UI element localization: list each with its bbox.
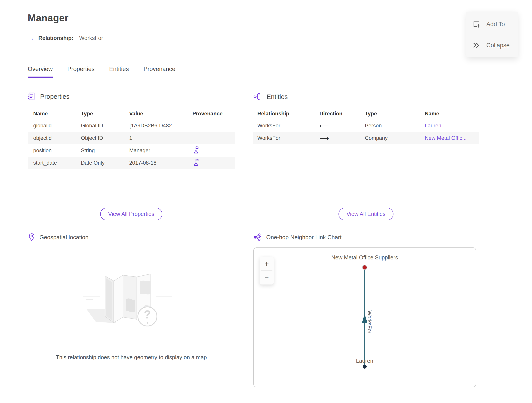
zoom-in-button[interactable]: + xyxy=(260,257,274,271)
company-node-label: New Metal Office Suppliers xyxy=(331,254,398,260)
prop-type: Date Only xyxy=(81,160,129,166)
properties-table-header: Name Type Value Provenance xyxy=(28,108,235,119)
col-header: Name xyxy=(425,110,483,117)
provenance-flag-icon[interactable] xyxy=(192,158,200,166)
geospatial-section-header: Geospatial location xyxy=(28,233,89,241)
direction-arrow-right: ⟶ xyxy=(319,134,365,142)
relationship-subtitle-value: WorksFor xyxy=(79,35,103,41)
view-all-entities-button[interactable]: View All Entities xyxy=(338,208,393,220)
entity-relationship: WorksFor xyxy=(257,123,319,129)
relationship-subtitle: → Relationship: WorksFor xyxy=(28,35,103,41)
entity-name-link[interactable]: New Metal Offic... xyxy=(425,135,483,141)
col-header: Provenance xyxy=(192,110,241,117)
col-header: Relationship xyxy=(257,110,319,117)
entity-type: Person xyxy=(365,123,425,129)
prop-value: {1A9DB2B6-D482... xyxy=(129,123,192,129)
prop-value: Manager xyxy=(129,147,192,154)
table-row: WorksFor ⟶ Company New Metal Offic... xyxy=(253,132,479,144)
relationship-subtitle-label: Relationship: xyxy=(38,35,73,41)
table-row: objectid Object ID 1 xyxy=(28,132,235,144)
geospatial-empty-message: This relationship does not have geometry… xyxy=(28,354,235,361)
edge-label: WorksFor xyxy=(367,311,373,333)
prop-name: position xyxy=(33,147,81,154)
view-all-properties-button[interactable]: View All Properties xyxy=(100,208,162,220)
prop-name: start_date xyxy=(33,160,81,166)
tab-properties[interactable]: Properties xyxy=(67,66,95,78)
properties-table-body: globalid Global ID {1A9DB2B6-D482... obj… xyxy=(28,119,235,169)
entities-section-title: Entities xyxy=(267,93,288,101)
relationship-arrow-icon: → xyxy=(28,35,34,41)
map-placeholder-illustration: ? xyxy=(82,273,173,330)
properties-icon xyxy=(28,92,36,101)
link-chart-section-title: One-hop Neighbor Link Chart xyxy=(266,234,342,241)
table-row: start_date Date Only 2017-08-18 xyxy=(28,157,235,169)
tab-bar: Overview Properties Entities Provenance xyxy=(28,66,175,78)
table-row: WorksFor ⟵ Person Lauren xyxy=(253,119,479,132)
person-node-label: Lauren xyxy=(356,358,373,364)
col-header: Name xyxy=(33,110,81,117)
prop-provenance xyxy=(192,146,241,155)
entities-table-body: WorksFor ⟵ Person Lauren WorksFor ⟶ Comp… xyxy=(253,119,479,144)
company-node[interactable] xyxy=(362,265,367,270)
chevrons-right-icon xyxy=(472,42,481,49)
entity-type: Company xyxy=(365,135,425,141)
zoom-control: + − xyxy=(260,257,274,285)
prop-value: 1 xyxy=(129,135,192,141)
entities-link-icon xyxy=(253,92,262,101)
prop-name: globalid xyxy=(33,123,81,129)
prop-value: 2017-08-18 xyxy=(129,160,192,166)
prop-provenance xyxy=(192,158,241,168)
prop-type: Object ID xyxy=(81,135,129,141)
add-to-icon xyxy=(472,20,481,28)
col-header: Direction xyxy=(319,110,365,117)
relationship-detail-page: Manager → Relationship: WorksFor Add To … xyxy=(0,0,532,403)
tab-entities[interactable]: Entities xyxy=(109,66,129,78)
table-row: position String Manager xyxy=(28,144,235,157)
entities-table-header: Relationship Direction Type Name xyxy=(253,108,479,119)
provenance-flag-icon[interactable] xyxy=(192,146,200,154)
table-row: globalid Global ID {1A9DB2B6-D482... xyxy=(28,119,235,132)
hub-network-icon xyxy=(253,233,262,241)
link-chart-canvas[interactable]: WorksFor New Metal Office Suppliers Laur… xyxy=(253,247,476,387)
link-chart-graph: WorksFor New Metal Office Suppliers Laur… xyxy=(254,248,476,387)
collapse-button[interactable]: Collapse xyxy=(466,42,518,49)
entities-table: Relationship Direction Type Name WorksFo… xyxy=(253,108,479,144)
properties-section-title: Properties xyxy=(40,93,69,100)
col-header: Value xyxy=(129,110,192,117)
prop-type: Global ID xyxy=(81,123,129,129)
add-to-label: Add To xyxy=(486,21,505,28)
entities-section-header: Entities xyxy=(253,92,288,101)
properties-table: Name Type Value Provenance globalid Glob… xyxy=(28,108,235,169)
properties-section-header: Properties xyxy=(28,92,69,101)
entity-relationship: WorksFor xyxy=(257,135,319,141)
page-title: Manager xyxy=(28,13,69,24)
collapse-label: Collapse xyxy=(486,42,510,49)
zoom-out-button[interactable]: − xyxy=(260,271,274,285)
entity-name-link[interactable]: Lauren xyxy=(425,123,483,129)
add-to-button[interactable]: Add To xyxy=(466,20,518,28)
col-header: Type xyxy=(365,110,425,117)
direction-arrow-left: ⟵ xyxy=(319,122,365,130)
person-node[interactable] xyxy=(363,365,367,369)
action-panel: Add To Collapse xyxy=(466,12,518,57)
prop-type: String xyxy=(81,147,129,154)
link-chart-section-header: One-hop Neighbor Link Chart xyxy=(253,233,342,241)
geospatial-section-title: Geospatial location xyxy=(39,234,89,241)
tab-provenance[interactable]: Provenance xyxy=(143,66,175,78)
col-header: Type xyxy=(81,110,129,117)
prop-name: objectid xyxy=(33,135,81,141)
svg-text:?: ? xyxy=(144,308,151,321)
map-pin-icon xyxy=(28,233,35,241)
tab-overview[interactable]: Overview xyxy=(28,66,53,78)
